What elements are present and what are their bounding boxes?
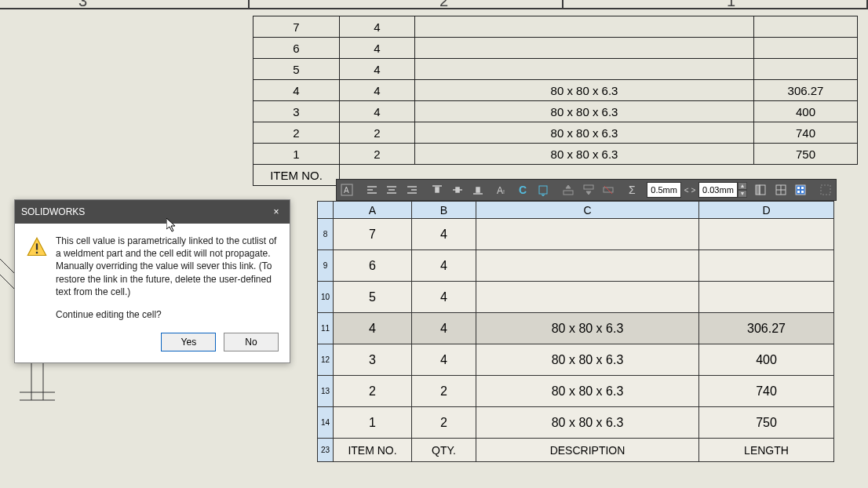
sheet-cell[interactable]: 7 [334,219,412,250]
sheet-cell[interactable]: 1 [334,407,412,439]
bom-header-itemno: ITEM NO. [253,165,340,186]
height-spinner[interactable]: ▲▼ [738,182,747,198]
dialog-message-1: This cell value is parametrically linked… [56,235,279,298]
col-header-C[interactable]: C [476,202,699,219]
bom-cell: 306.27 [754,80,858,101]
column-width-input[interactable] [647,182,681,198]
sheet-cell[interactable]: 80 x 80 x 6.3 [476,376,699,407]
text-height-icon[interactable]: A! [494,181,512,198]
more-options-icon[interactable] [816,181,835,198]
col-header-D[interactable]: D [699,202,834,219]
row-header[interactable]: 13 [318,376,334,407]
sheet-header-cell[interactable]: LENGTH [699,439,834,462]
table-options-icon[interactable] [791,181,810,198]
svg-text:!: ! [503,189,505,195]
warning-icon [26,236,48,320]
sheet-cell[interactable]: 4 [412,344,476,376]
bom-cell: 1 [253,144,340,165]
corner-cell[interactable] [318,202,334,219]
svg-rect-38 [756,185,760,195]
bom-cell: 5 [253,59,340,80]
svg-rect-30 [539,186,547,194]
svg-marker-34 [586,191,591,195]
sheet-cell[interactable]: 4 [412,219,476,250]
lock-column-icon[interactable] [751,181,770,198]
dialog-title: SOLIDWORKS [21,206,85,217]
row-header[interactable]: 11 [318,313,334,344]
dialog-close-button[interactable]: × [269,205,283,219]
sheet-cell[interactable] [699,250,834,282]
bom-cell: 4 [340,59,415,80]
sheet-cell[interactable]: 306.27 [699,313,834,344]
col-header-A[interactable]: A [334,202,412,219]
svg-text:C: C [519,184,527,196]
sheet-cell[interactable]: 4 [412,250,476,282]
row-header[interactable]: 23 [318,439,334,462]
zone-label-2: 2 [439,0,448,10]
bom-cell: 80 x 80 x 6.3 [415,144,754,165]
sheet-cell[interactable]: 80 x 80 x 6.3 [476,344,699,376]
row-header[interactable]: 8 [318,219,334,250]
valign-middle-icon[interactable] [448,181,467,198]
row-header[interactable]: 12 [318,344,334,376]
text-c-icon[interactable]: C [513,181,532,198]
fit-text-icon[interactable] [771,181,790,198]
table-format-toolbar: A A! C Σ < > ▲▼ [336,179,837,201]
align-center-icon[interactable] [383,181,402,198]
valign-top-icon[interactable] [428,181,447,198]
svg-rect-43 [796,185,805,195]
sheet-cell[interactable]: 2 [334,376,412,407]
zone-label-1: 1 [727,0,735,10]
bom-cell [415,16,754,38]
svg-text:A: A [344,186,349,195]
insert-below-icon[interactable] [579,181,598,198]
sheet-cell[interactable]: 5 [334,282,412,313]
bom-cell [415,59,754,80]
bom-edit-table[interactable]: A B C D 8749641054114480 x 80 x 6.3306.2… [317,201,834,462]
align-left-icon[interactable] [363,181,381,198]
insert-above-icon[interactable] [559,181,578,198]
no-button[interactable]: No [224,333,279,351]
svg-text:A: A [497,185,503,196]
sheet-cell[interactable]: 3 [334,344,412,376]
sheet-cell[interactable]: 740 [699,376,834,407]
row-header[interactable]: 10 [318,282,334,313]
align-right-icon[interactable] [403,181,421,198]
sheet-cell[interactable] [699,282,834,313]
col-header-B[interactable]: B [412,202,476,219]
sheet-cell[interactable] [476,282,699,313]
sheet-cell[interactable]: 4 [334,313,412,344]
text-rotate-icon[interactable] [534,181,553,198]
sheet-cell[interactable]: 400 [699,344,834,376]
delete-row-icon[interactable] [600,181,618,198]
row-header[interactable]: 9 [318,250,334,282]
bom-cell: 750 [754,144,858,165]
table-style-icon[interactable]: A [337,181,356,198]
sheet-cell[interactable]: 4 [412,313,476,344]
sheet-cell[interactable]: 80 x 80 x 6.3 [476,313,699,344]
sheet-cell[interactable]: 6 [334,250,412,282]
sheet-cell[interactable]: 80 x 80 x 6.3 [476,407,699,439]
valign-bottom-icon[interactable] [469,181,487,198]
sheet-cell[interactable] [476,250,699,282]
bom-cell [754,16,858,38]
sum-icon[interactable]: Σ [624,181,643,198]
sheet-cell[interactable]: 2 [412,376,476,407]
sheet-header-cell[interactable]: QTY. [412,439,476,462]
svg-rect-33 [584,185,593,189]
sheet-header-cell[interactable]: DESCRIPTION [476,439,699,462]
bom-cell: 4 [340,16,415,38]
bom-table-drawing: 7464544480 x 80 x 6.3306.273480 x 80 x 6… [253,16,858,186]
row-header[interactable]: 14 [318,407,334,439]
yes-button[interactable]: Yes [161,333,216,351]
sheet-cell[interactable]: 2 [412,407,476,439]
row-height-input[interactable] [698,182,738,198]
bom-cell: 4 [340,80,415,101]
width-stepper[interactable]: < > [682,181,698,198]
sheet-cell[interactable]: 750 [699,407,834,439]
sheet-header-cell[interactable]: ITEM NO. [334,439,412,462]
sheet-cell[interactable] [699,219,834,250]
sheet-cell[interactable] [476,219,699,250]
bom-cell: 3 [253,101,340,122]
sheet-cell[interactable]: 4 [412,282,476,313]
